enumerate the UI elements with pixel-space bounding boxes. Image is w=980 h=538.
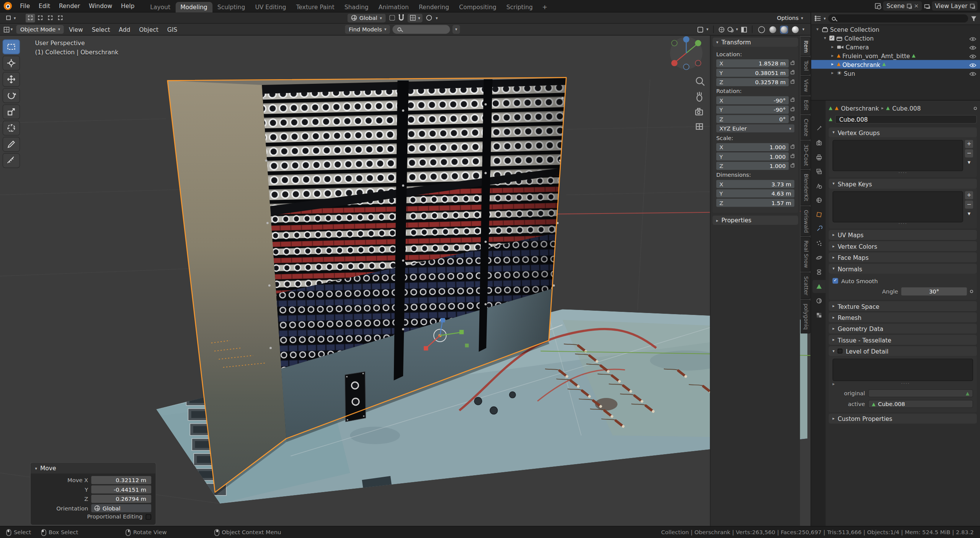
move-z-field[interactable]: 0.26794 m <box>91 495 151 503</box>
shading-material-button[interactable] <box>780 25 788 33</box>
outliner-row-scene-collection[interactable]: ▾ Scene Collection <box>811 25 980 34</box>
outliner-row-camera[interactable]: ▸ Camera <box>811 42 980 51</box>
select-mode-intersect[interactable] <box>56 13 65 22</box>
viewport-menu-gis[interactable]: GIS <box>163 26 181 33</box>
scale-y-field[interactable]: Y1.000 <box>716 152 789 160</box>
tab-constraints[interactable] <box>812 266 825 279</box>
new-scene-icon[interactable] <box>907 4 911 8</box>
snap-magnet-icon[interactable] <box>399 15 404 20</box>
menu-window[interactable]: Window <box>85 0 117 12</box>
dimensions-x-field[interactable]: X3.73 m <box>716 180 794 188</box>
panel-vertex-groups[interactable]: ▾Vertex Groups <box>829 127 977 137</box>
proportional-editing-icon[interactable] <box>426 15 432 21</box>
scale-z-field[interactable]: Z1.000 <box>716 162 789 170</box>
move-panel-collapse[interactable]: ▾ <box>35 466 37 471</box>
location-x-field[interactable]: X1.8528 m <box>716 59 789 67</box>
workspace-tab-animation[interactable]: Animation <box>374 2 414 12</box>
viewport-menu-object[interactable]: Object <box>135 26 162 33</box>
search-filter-dropdown[interactable]: ▾ <box>452 25 459 34</box>
select-mode-extend[interactable] <box>36 13 45 22</box>
specials-chevron[interactable]: ▾ <box>965 159 973 167</box>
location-z-field[interactable]: Z0.32578 m <box>716 78 789 86</box>
move-x-field[interactable]: 0.32112 m <box>91 476 151 484</box>
rotation-mode-dropdown[interactable]: XYZ Euler▾ <box>716 124 794 132</box>
workspace-tab-shading[interactable]: Shading <box>340 2 374 12</box>
lod-checkbox[interactable] <box>838 349 843 354</box>
lock-icon[interactable] <box>791 108 794 111</box>
filter-funnel-icon[interactable] <box>971 15 977 21</box>
workspace-tab-modeling[interactable]: Modeling <box>175 2 212 12</box>
model-search-field[interactable] <box>393 25 450 34</box>
outliner-row-frulein[interactable]: ▸ ▲ Frulein_vom_Amt_bitte ▲ <box>811 51 980 60</box>
tab-texture[interactable] <box>812 309 825 322</box>
workspace-tab-uv-editing[interactable]: UV Editing <box>250 2 291 12</box>
menu-help[interactable]: Help <box>117 0 139 12</box>
dimensions-y-field[interactable]: Y4.63 m <box>716 189 794 197</box>
location-y-field[interactable]: Y0.38051 m <box>716 69 789 77</box>
workspace-tab-texture-paint[interactable]: Texture Paint <box>291 2 339 12</box>
tab-modifiers[interactable] <box>812 222 825 235</box>
add-workspace-button[interactable]: + <box>538 2 552 12</box>
panel-face-maps[interactable]: ▸Face Maps <box>829 253 977 262</box>
tool-cursor[interactable] <box>3 55 20 70</box>
tab-material[interactable] <box>812 294 825 307</box>
panel-uv-maps[interactable]: ▸UV Maps <box>829 230 977 240</box>
shading-chevron[interactable]: ▾ <box>802 27 804 32</box>
tool-rotate[interactable] <box>3 88 20 103</box>
tab-render[interactable] <box>812 136 825 149</box>
rotation-x-field[interactable]: X-90° <box>716 96 789 104</box>
panel-texture-space[interactable]: ▸Texture Space <box>829 301 977 311</box>
lock-icon[interactable] <box>791 145 794 148</box>
panel-geometry-data[interactable]: ▸Geometry Data <box>829 324 977 334</box>
blender-logo-icon[interactable] <box>4 2 12 10</box>
panel-level-of-detail[interactable]: ▾Level of Detail <box>829 346 977 356</box>
outliner-search-field[interactable] <box>828 15 968 23</box>
viewport-3d[interactable]: User Perspective (1) Collection | Obersc… <box>0 36 811 526</box>
move-orientation-dropdown[interactable]: Global <box>91 504 151 512</box>
workspace-tab-compositing[interactable]: Compositing <box>454 2 501 12</box>
sidebar-tab-view[interactable]: View <box>800 75 810 96</box>
shading-solid-button[interactable] <box>769 25 777 33</box>
select-mode-subtract[interactable] <box>46 13 55 22</box>
tab-object-data[interactable] <box>812 280 825 293</box>
pin-icon[interactable] <box>974 106 977 109</box>
lock-icon[interactable] <box>791 62 794 65</box>
proportional-chevron[interactable]: ▾ <box>436 15 438 20</box>
tool-select-box[interactable] <box>3 39 20 54</box>
sidebar-tab-tool[interactable]: Tool <box>800 57 810 75</box>
add-button[interactable]: + <box>965 140 973 148</box>
viewport-menu-view[interactable]: View <box>65 26 87 33</box>
tab-tool[interactable] <box>812 122 825 135</box>
lod-active-field[interactable]: ▲Cube.008 <box>868 400 973 408</box>
panel-vertex-colors[interactable]: ▸Vertex Colors <box>829 241 977 251</box>
tab-view-layer[interactable] <box>812 165 825 178</box>
pivot-point-icon[interactable] <box>389 15 395 21</box>
gizmos-toggle-icon[interactable] <box>719 26 725 32</box>
angle-field[interactable]: 30° <box>901 287 967 295</box>
outliner-row-collection[interactable]: ▾ ✓ Collection <box>811 34 980 42</box>
transform-panel-header[interactable]: ▾ Transform <box>712 37 798 47</box>
gizmo-y-handle[interactable] <box>459 330 464 334</box>
editor-type-icon[interactable] <box>4 26 10 32</box>
sidebar-tab-polygoniq[interactable]: polygoniq <box>800 300 810 334</box>
auto-smooth-checkbox[interactable]: ✓ <box>833 278 838 284</box>
add-button[interactable]: + <box>965 191 973 199</box>
tab-physics[interactable] <box>812 251 825 264</box>
move-y-field[interactable]: -0.44151 m <box>91 486 151 494</box>
lock-icon[interactable] <box>791 164 794 167</box>
tab-object[interactable] <box>812 208 825 221</box>
outliner-display-chevron[interactable]: ▾ <box>824 16 826 21</box>
menu-file[interactable]: File <box>16 0 34 12</box>
breadcrumb-data[interactable]: Cube.008 <box>892 104 921 111</box>
sidebar-tab-create[interactable]: Create <box>800 115 810 140</box>
navigation-gizmo[interactable] <box>670 36 702 70</box>
outliner-editor-icon[interactable] <box>814 15 821 22</box>
overlays-toggle-icon[interactable] <box>728 27 733 32</box>
sidebar-tab-realsnow[interactable]: Real Snow <box>800 237 810 272</box>
editor-type-chevron[interactable]: ▾ <box>11 27 13 32</box>
eye-icon[interactable] <box>969 63 976 67</box>
panel-shape-keys[interactable]: ▾Shape Keys <box>829 179 977 189</box>
eye-icon[interactable] <box>969 54 976 59</box>
gizmo-x-handle[interactable] <box>424 346 428 350</box>
tool-scale[interactable] <box>3 104 20 119</box>
